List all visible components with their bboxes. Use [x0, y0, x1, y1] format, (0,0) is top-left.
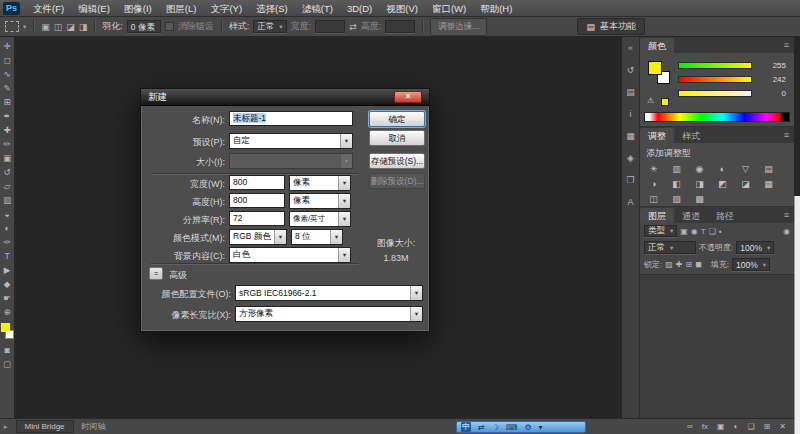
tab-paths[interactable]: 路径	[708, 208, 742, 223]
menu-item-window[interactable]: 窗口(W)	[425, 0, 473, 17]
type-tool[interactable]: T	[0, 251, 14, 262]
clone-stamp-tool[interactable]: ▣	[0, 153, 14, 164]
subtract-selection-icon[interactable]: ◪	[66, 22, 75, 32]
menu-item-filter[interactable]: 滤镜(T)	[295, 0, 340, 17]
delete-layer-icon[interactable]: ✕	[779, 422, 786, 431]
pen-tool[interactable]: ✑	[0, 237, 14, 248]
filter-shape-layers-icon[interactable]: ❏	[709, 227, 716, 236]
pixel-aspect-select[interactable]: 方形像素	[235, 306, 423, 322]
spot-healing-brush-tool[interactable]: ✚	[0, 125, 14, 136]
lock-all-icon[interactable]: ◼	[695, 260, 702, 269]
green-value[interactable]: 242	[756, 75, 786, 84]
adjustments-panel-menu-icon[interactable]: ≡	[784, 130, 789, 140]
red-value[interactable]: 255	[756, 61, 786, 70]
blend-mode-select[interactable]: 正常	[644, 241, 696, 254]
name-input[interactable]: 未标题-1	[229, 111, 353, 126]
properties-panel-icon[interactable]: ▤	[626, 87, 635, 97]
color-mode-select[interactable]: RGB 颜色	[229, 229, 287, 245]
swatches-panel-icon[interactable]: ▦	[626, 131, 635, 141]
resolution-unit-select[interactable]: 像素/英寸	[289, 211, 351, 227]
layer-effects-icon[interactable]: fx	[702, 422, 708, 431]
adjustment-levels-icon[interactable]: ▥	[669, 163, 684, 176]
tool-preset-caret-icon[interactable]: ▾	[23, 23, 26, 31]
height-unit-select[interactable]: 像素	[289, 193, 351, 209]
move-tool[interactable]: ✛	[0, 41, 14, 52]
soft-keyboard-icon[interactable]: ⌨	[506, 423, 518, 432]
color-swatches[interactable]	[1, 323, 14, 340]
history-panel-icon[interactable]: ↺	[627, 65, 635, 75]
langbar-options-icon[interactable]: ▾	[539, 423, 543, 432]
shape-tool[interactable]: ◆	[0, 279, 14, 290]
lock-position-icon[interactable]: ⊞	[686, 260, 693, 269]
menu-item-layer[interactable]: 图层(L)	[159, 0, 204, 17]
red-slider[interactable]	[678, 62, 752, 69]
color-spectrum-bar[interactable]	[644, 112, 790, 122]
navigator-panel-icon[interactable]: ◈	[627, 153, 634, 163]
mini-bridge-tab[interactable]: Mini Bridge	[16, 420, 74, 433]
adjustment-exposure-icon[interactable]: ◐	[715, 163, 730, 176]
height-input[interactable]	[385, 20, 415, 33]
adjustment-threshold-icon[interactable]: ◫	[646, 193, 661, 206]
adjustment-selective-color-icon[interactable]: ▩	[692, 193, 707, 206]
lasso-tool[interactable]: ∿	[0, 69, 14, 80]
cancel-button[interactable]: 取消	[369, 130, 425, 146]
refine-edge-button[interactable]: 调整边缘...	[430, 18, 487, 36]
statusbar-expand-icon[interactable]: ▸	[4, 423, 8, 431]
layers-list[interactable]	[640, 274, 794, 418]
filter-smart-objects-icon[interactable]: ▪	[719, 227, 722, 236]
workspace-switcher[interactable]: ▤ 基本功能	[577, 18, 645, 35]
brush-tool[interactable]: ✏	[0, 139, 14, 150]
menu-item-help[interactable]: 帮助(H)	[473, 0, 519, 17]
adjustment-posterize-icon[interactable]: ▦	[761, 178, 776, 191]
adjustment-channel-mixer-icon[interactable]: ◩	[715, 178, 730, 191]
adjustment-invert-icon[interactable]: ◪	[738, 178, 753, 191]
scrollbar[interactable]	[794, 196, 800, 434]
clone-source-panel-icon[interactable]: ❐	[626, 175, 634, 185]
menu-item-file[interactable]: 文件(F)	[26, 0, 71, 17]
save-preset-button[interactable]: 存储预设(S)...	[369, 153, 425, 169]
menu-item-type[interactable]: 文字(Y)	[203, 0, 249, 17]
tab-color[interactable]: 颜色	[640, 38, 674, 53]
layer-group-icon[interactable]: ❏	[747, 422, 754, 431]
gradient-tool[interactable]: ▥	[0, 195, 14, 206]
opacity-select[interactable]: 100%	[736, 241, 774, 254]
style-select[interactable]: 正常	[253, 20, 286, 33]
tab-channels[interactable]: 通道	[674, 208, 708, 223]
gamut-color-swatch[interactable]	[661, 98, 669, 106]
info-panel-icon[interactable]: i	[630, 109, 632, 119]
width-input[interactable]	[315, 20, 345, 33]
timeline-tab[interactable]: 时间轴	[82, 421, 106, 432]
screen-mode-button[interactable]: ▢	[0, 359, 14, 370]
lock-pixels-icon[interactable]: ✚	[676, 260, 683, 269]
tab-adjustments[interactable]: 调整	[640, 128, 674, 143]
history-brush-tool[interactable]: ↺	[0, 167, 14, 178]
adjustment-vibrance-icon[interactable]: ▽	[738, 163, 753, 176]
height-input[interactable]: 800	[229, 193, 285, 208]
advanced-toggle[interactable]: ≈	[149, 267, 163, 280]
layer-filter-select[interactable]: 类型	[644, 225, 677, 237]
tab-styles[interactable]: 样式	[674, 128, 708, 143]
menu-item-select[interactable]: 选择(S)	[249, 0, 295, 17]
tool-preset-icon[interactable]	[5, 21, 19, 32]
foreground-color-swatch[interactable]	[648, 61, 662, 75]
quick-selection-tool[interactable]: ✎	[0, 83, 14, 94]
resolution-input[interactable]: 72	[229, 211, 285, 226]
dialog-close-button[interactable]: ✕	[394, 91, 422, 103]
fullwidth-mode-icon[interactable]: ☽	[492, 423, 499, 432]
dodge-tool[interactable]: ◐	[0, 223, 14, 234]
ime-chinese-icon[interactable]: 中	[461, 422, 471, 432]
rectangular-marquee-tool[interactable]: ◻	[0, 55, 14, 66]
filter-toggle-icon[interactable]: ◉	[783, 227, 790, 236]
preset-select[interactable]: 自定	[229, 133, 353, 149]
green-slider[interactable]	[678, 76, 752, 83]
filter-pixel-layers-icon[interactable]: ▣	[680, 227, 688, 236]
filter-adjustment-layers-icon[interactable]: ◉	[691, 227, 698, 236]
adjustment-curves-icon[interactable]: ◉	[692, 163, 707, 176]
lock-transparency-icon[interactable]: ▨	[665, 260, 673, 269]
menu-item-edit[interactable]: 编辑(E)	[71, 0, 117, 17]
color-profile-select[interactable]: sRGB IEC61966-2.1	[235, 285, 423, 301]
feather-input[interactable]: 0 像素	[127, 20, 161, 33]
background-select[interactable]: 白色	[229, 247, 351, 263]
lang-switch-icon[interactable]: ⇄	[478, 423, 485, 432]
width-input[interactable]: 800	[229, 175, 285, 190]
